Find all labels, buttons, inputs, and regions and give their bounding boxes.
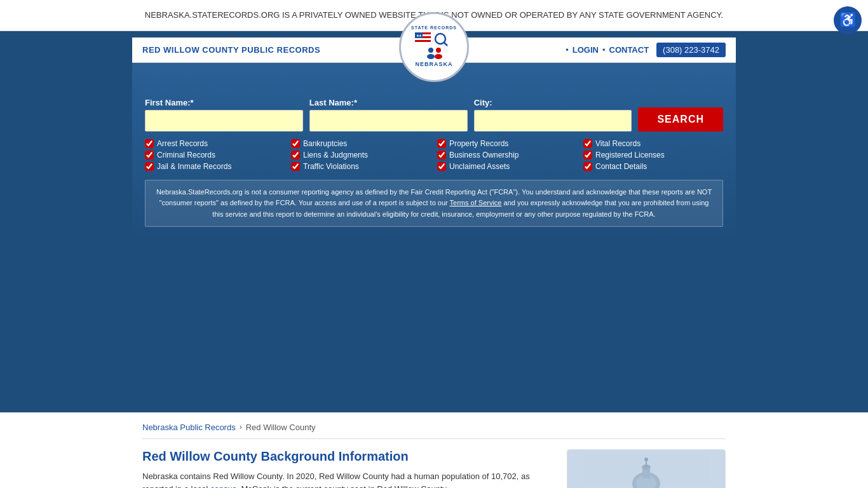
- checkbox-5[interactable]: [291, 151, 300, 159]
- search-form-area: First Name:* Last Name:* City: SEARCH Ar…: [132, 63, 736, 240]
- first-name-input[interactable]: [145, 110, 303, 132]
- svg-rect-3: [415, 38, 431, 40]
- disclaimer: Nebraska.StateRecords.org is not a consu…: [145, 180, 723, 227]
- svg-point-32: [644, 458, 648, 461]
- checkbox-label-0: Arrest Records: [157, 139, 208, 148]
- last-name-group: Last Name:*: [309, 98, 468, 132]
- checkbox-label-6: Business Ownership: [449, 151, 519, 159]
- sidebar-card: Red Willow County Record Availability: [567, 449, 726, 489]
- checkbox-8[interactable]: [145, 162, 154, 171]
- checkbox-label-5: Liens & Judgments: [303, 151, 368, 159]
- checkbox-item: Arrest Records: [145, 139, 285, 148]
- content-area: Nebraska Public Records › Red Willow Cou…: [132, 412, 736, 489]
- city-label: City:: [474, 98, 632, 107]
- left-content: Red Willow County Background Information…: [142, 449, 554, 489]
- checkbox-label-4: Criminal Records: [157, 151, 215, 159]
- header-bar: RED WILLOW COUNTY PUBLIC RECORDS STATE R…: [132, 37, 736, 63]
- logo-arc-top: STATE RECORDS: [411, 25, 457, 30]
- checkbox-item: Contact Details: [583, 162, 723, 171]
- svg-text:★★: ★★: [416, 34, 422, 37]
- checkbox-9[interactable]: [291, 162, 300, 171]
- first-name-group: First Name:*: [145, 98, 303, 132]
- site-title: RED WILLOW COUNTY PUBLIC RECORDS: [142, 45, 320, 55]
- checkbox-item: Bankruptcies: [291, 139, 431, 148]
- city-input[interactable]: [474, 110, 632, 132]
- checkbox-item: Jail & Inmate Records: [145, 162, 285, 171]
- checkbox-label-7: Registered Licenses: [595, 151, 665, 159]
- checkbox-0[interactable]: [145, 139, 154, 148]
- search-container: RED WILLOW COUNTY PUBLIC RECORDS STATE R…: [132, 31, 736, 240]
- checkbox-label-9: Traffic Violations: [303, 162, 359, 171]
- checkbox-6[interactable]: [437, 151, 446, 159]
- checkbox-item: Vital Records: [583, 139, 723, 148]
- last-name-input[interactable]: [309, 110, 468, 132]
- checkbox-item: Criminal Records: [145, 151, 285, 159]
- city-group: City:: [474, 98, 632, 132]
- checkbox-label-1: Bankruptcies: [303, 139, 347, 148]
- checkbox-label-3: Vital Records: [595, 139, 641, 148]
- search-fields: First Name:* Last Name:* City: SEARCH: [145, 98, 723, 132]
- main-content: Red Willow County Background Information…: [142, 449, 726, 489]
- phone-button[interactable]: (308) 223-3742: [656, 43, 726, 57]
- checkbox-3[interactable]: [583, 139, 592, 148]
- section1-title: Red Willow County Background Information: [142, 449, 554, 464]
- checkbox-label-11: Contact Details: [595, 162, 647, 171]
- checkbox-item: Unclaimed Assets: [437, 162, 577, 171]
- svg-line-8: [444, 42, 447, 46]
- section1-p1: Nebraska contains Red Willow County. In …: [142, 470, 554, 489]
- svg-point-12: [435, 54, 442, 59]
- building-svg: [583, 453, 710, 489]
- logo-state: NEBRASKA: [411, 61, 457, 68]
- checkboxes-area: Arrest RecordsBankruptciesProperty Recor…: [145, 139, 723, 171]
- checkbox-7[interactable]: [583, 151, 592, 159]
- main-wrapper: RED WILLOW COUNTY PUBLIC RECORDS STATE R…: [0, 31, 868, 412]
- last-name-label: Last Name:*: [309, 98, 468, 107]
- logo-area: STATE RECORDS ★★: [399, 12, 469, 82]
- breadcrumb: Nebraska Public Records › Red Willow Cou…: [142, 423, 726, 439]
- checkbox-10[interactable]: [437, 162, 446, 171]
- checkbox-4[interactable]: [145, 151, 154, 159]
- checkbox-2[interactable]: [437, 139, 446, 148]
- checkbox-label-8: Jail & Inmate Records: [157, 162, 231, 171]
- first-name-label: First Name:*: [145, 98, 303, 107]
- contact-link[interactable]: CONTACT: [609, 45, 649, 55]
- search-button[interactable]: SEARCH: [638, 107, 723, 132]
- svg-point-10: [427, 54, 435, 59]
- svg-rect-4: [415, 40, 431, 42]
- accessibility-button[interactable]: ♿: [834, 6, 862, 34]
- svg-point-9: [428, 48, 433, 53]
- logo-svg: ★★: [412, 31, 456, 60]
- checkbox-item: Property Records: [437, 139, 577, 148]
- right-sidebar: Red Willow County Record Availability: [567, 449, 726, 489]
- breadcrumb-separator: ›: [240, 423, 242, 431]
- breadcrumb-home[interactable]: Nebraska Public Records: [142, 423, 236, 432]
- checkbox-1[interactable]: [291, 139, 300, 148]
- checkbox-item: Business Ownership: [437, 151, 577, 159]
- dot2: •: [602, 45, 606, 55]
- checkbox-item: Liens & Judgments: [291, 151, 431, 159]
- checkbox-label-2: Property Records: [449, 139, 508, 148]
- logo-inner: STATE RECORDS ★★: [411, 25, 457, 68]
- checkbox-label-10: Unclaimed Assets: [449, 162, 510, 171]
- checkbox-item: Registered Licenses: [583, 151, 723, 159]
- login-link[interactable]: LOGIN: [573, 45, 599, 55]
- census-link[interactable]: census: [210, 484, 236, 488]
- terms-link[interactable]: Terms of Service: [450, 199, 502, 207]
- checkbox-item: Traffic Violations: [291, 162, 431, 171]
- logo-circle: STATE RECORDS ★★: [399, 12, 469, 82]
- dot1: •: [566, 45, 569, 55]
- sidebar-building-image: [567, 450, 725, 489]
- svg-point-11: [436, 48, 441, 53]
- checkbox-11[interactable]: [583, 162, 592, 171]
- header-nav: • LOGIN • CONTACT (308) 223-3742: [566, 43, 726, 57]
- breadcrumb-current: Red Willow County: [246, 423, 316, 432]
